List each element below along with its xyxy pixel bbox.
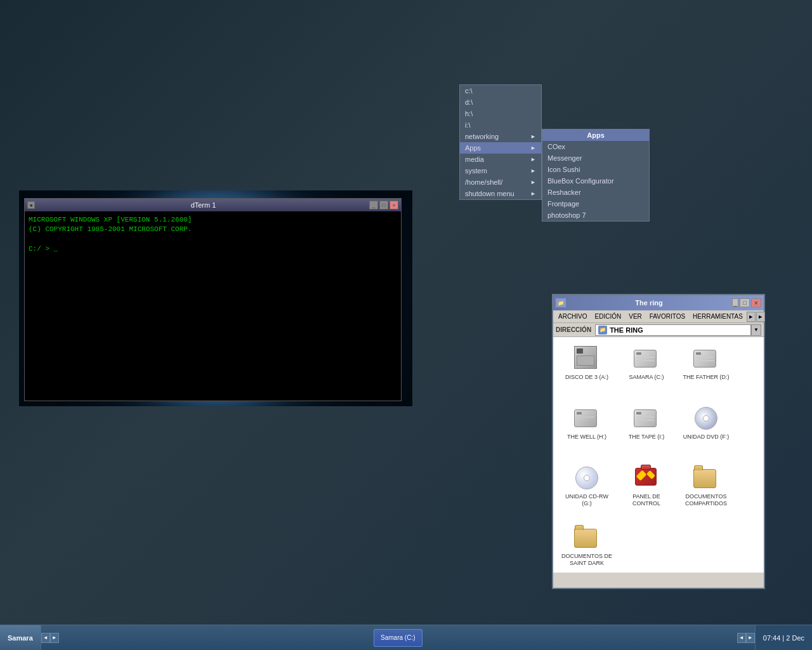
fm-close-btn[interactable]: × <box>751 298 761 307</box>
fm-menu-herramientas[interactable]: HERRAMIENTAS <box>689 312 747 321</box>
apps-menu-bluebox[interactable]: BlueBox Configurator <box>542 175 649 187</box>
nav-networking-arrow: ► <box>530 133 536 140</box>
dterm-window: ■ dTerm 1 _ □ × MICROSOFT WINDOWS XP [VE… <box>24 198 402 401</box>
fm-menu-arrows: ► ► <box>747 312 765 322</box>
apps-menu-frontpage[interactable]: Frontpage <box>542 198 649 209</box>
controlpanel-label: PANEL DE CONTROL <box>620 493 672 507</box>
fm-addr-value: THE RING <box>610 326 643 334</box>
dvdf-label: UNIDAD DVD (F:) <box>683 434 730 441</box>
taskbar-btn-samara-label: Samara (C:) <box>381 634 415 641</box>
nav-menu-item-home[interactable]: /home/shell/ ► <box>460 176 541 188</box>
fm-content[interactable]: DISCO DE 3 (A:) SAMARA (C:) <box>553 337 764 573</box>
nav-menu-item-system[interactable]: system ► <box>460 165 541 176</box>
nav-menu-item-i[interactable]: i:\ <box>460 119 541 131</box>
doccomp-label: DOCUMENTOS COMPARTIDOS <box>680 493 732 507</box>
nav-menu-item-networking[interactable]: networking ► <box>460 131 541 142</box>
floppy-drive-icon <box>574 346 599 371</box>
file-icon-disco3a[interactable]: DISCO DE 3 (A:) <box>558 342 615 399</box>
dterm-line1: MICROSOFT WINDOWS XP [VERSION 5.1.2600] <box>29 215 397 225</box>
fm-menu-arrow-left[interactable]: ► <box>747 312 756 322</box>
dterm-maximize-btn[interactable]: □ <box>379 201 388 209</box>
fm-addr-input[interactable]: 📁 THE RING <box>595 324 751 336</box>
wellh-label: THE WELL (H:) <box>567 434 606 441</box>
nav-home-arrow: ► <box>530 179 536 185</box>
taskbar-arrow-right2-right[interactable]: ► <box>746 633 755 643</box>
cdg-label: UNIDAD CD-RW (G:) <box>561 493 613 507</box>
dterm-controls: _ □ × <box>369 201 398 209</box>
nav-menu: c:\ d:\ h:\ i:\ networking ► Apps ► medi… <box>459 84 542 200</box>
nav-menu-item-d[interactable]: d:\ <box>460 96 541 108</box>
file-icon-doccomp[interactable]: DOCUMENTOS COMPARTIDOS <box>678 461 735 519</box>
apps-menu-header: Apps <box>542 129 649 141</box>
samarac-label: SAMARA (C:) <box>629 374 664 381</box>
dterm-close-btn[interactable]: × <box>390 201 398 209</box>
nav-shutdown-arrow: ► <box>530 190 536 197</box>
apps-menu-iconsushi[interactable]: Icon Sushi <box>542 164 649 175</box>
taskbar-start-btn[interactable]: Samara <box>0 625 41 650</box>
taskbar-clock: 07:44 | 2 Dec <box>755 625 812 650</box>
docsaint-label: DOCUMENTOS DE SAINT DARK <box>561 553 613 567</box>
dterm-titlebar: ■ dTerm 1 _ □ × <box>25 199 401 211</box>
hdd-d-icon <box>693 346 719 371</box>
apps-menu-messenger[interactable]: Messenger <box>542 152 649 164</box>
taskbar-btn-samara[interactable]: Samara (C:) <box>374 629 422 647</box>
fm-menu-ver[interactable]: VER <box>625 312 646 321</box>
apps-menu-coex[interactable]: COex <box>542 141 649 152</box>
fm-addr-icon: 📁 <box>598 326 607 335</box>
dterm-title: dTerm 1 <box>37 201 369 209</box>
hdd-i-icon <box>634 406 659 431</box>
nav-media-arrow: ► <box>530 156 536 162</box>
fm-menu-arrow-right[interactable]: ► <box>756 312 765 322</box>
tapei-label: THE TAPE (I:) <box>629 434 665 441</box>
taskbar-arrow-right[interactable]: ► <box>50 633 59 643</box>
dterm-line3 <box>29 235 397 244</box>
cd-g-icon <box>574 465 599 491</box>
fm-titlebar: 📁 The ring _ □ × <box>553 295 764 310</box>
dterm-minimize-btn[interactable]: _ <box>369 201 378 209</box>
taskbar-arrow-right2-left[interactable]: ◄ <box>737 633 746 643</box>
taskbar-arrow-left[interactable]: ◄ <box>41 633 50 643</box>
fm-menu-favoritos[interactable]: FAVORITOS <box>646 312 689 321</box>
fatherd-label: THE FATHER (D:) <box>683 374 730 381</box>
fm-addressbar: DIRECCIÓN 📁 THE RING ▼ <box>553 323 764 337</box>
apps-menu: Apps COex Messenger Icon Sushi BlueBox C… <box>542 129 650 222</box>
desktop: therin g ■ dTerm 1 _ □ × MICROSOFT WINDO… <box>0 0 812 625</box>
dterm-prompt: C:/ > _ <box>29 244 397 254</box>
dterm-icon: ■ <box>27 201 35 209</box>
dterm-line2: (C) COPYRIGHT 1985-2001 MICROSOFT CORP. <box>29 225 397 234</box>
nav-menu-item-shutdown[interactable]: shutdown menu ► <box>460 188 541 199</box>
hdd-h-icon <box>574 406 599 431</box>
fm-menubar: ARCHIVO EDICIÓN VER FAVORITOS HERRAMIENT… <box>553 310 764 323</box>
taskbar: Samara ◄ ► Samara (C:) ◄ ► 07:44 | 2 Dec <box>0 625 812 650</box>
dterm-content[interactable]: MICROSOFT WINDOWS XP [VERSION 5.1.2600] … <box>25 211 401 401</box>
fm-window-icon: 📁 <box>556 298 566 307</box>
nav-menu-item-c[interactable]: c:\ <box>460 85 541 96</box>
fm-maximize-btn[interactable]: □ <box>740 298 750 307</box>
apps-menu-photoshop[interactable]: photoshop 7 <box>542 209 649 221</box>
folder-shared-icon <box>693 465 719 491</box>
fm-menu-archivo[interactable]: ARCHIVO <box>554 312 591 321</box>
file-icon-cdg[interactable]: UNIDAD CD-RW (G:) <box>558 461 615 519</box>
file-icon-fatherd[interactable]: THE FATHER (D:) <box>678 342 735 399</box>
file-icon-tapei[interactable]: THE TAPE (I:) <box>618 402 675 459</box>
fm-title: The ring <box>566 299 732 307</box>
file-icon-docsaint[interactable]: DOCUMENTOS DE SAINT DARK <box>558 521 615 573</box>
taskbar-clock-value: 07:44 | 2 Dec <box>763 634 804 642</box>
nav-menu-item-h[interactable]: h:\ <box>460 108 541 119</box>
apps-menu-reshacker[interactable]: Reshacker <box>542 187 649 198</box>
file-icon-controlpanel[interactable]: PANEL DE CONTROL <box>618 461 675 519</box>
folder-saint-icon <box>574 525 599 550</box>
taskbar-start-label: Samara <box>8 634 33 642</box>
taskbar-left-arrows: ◄ ► <box>41 633 59 643</box>
file-icon-samarac[interactable]: SAMARA (C:) <box>618 342 675 399</box>
nav-menu-item-media[interactable]: media ► <box>460 154 541 165</box>
fm-addr-dropdown[interactable]: ▼ <box>751 324 761 336</box>
fm-addr-label: DIRECCIÓN <box>556 326 591 333</box>
nav-menu-item-apps[interactable]: Apps ► <box>460 142 541 154</box>
file-icon-wellh[interactable]: THE WELL (H:) <box>558 402 615 459</box>
dvd-f-icon <box>693 406 719 431</box>
file-icon-dvdf[interactable]: UNIDAD DVD (F:) <box>678 402 735 459</box>
fm-controls: _ □ × <box>732 298 761 307</box>
fm-minimize-btn[interactable]: _ <box>732 298 738 307</box>
fm-menu-edicion[interactable]: EDICIÓN <box>591 312 625 321</box>
